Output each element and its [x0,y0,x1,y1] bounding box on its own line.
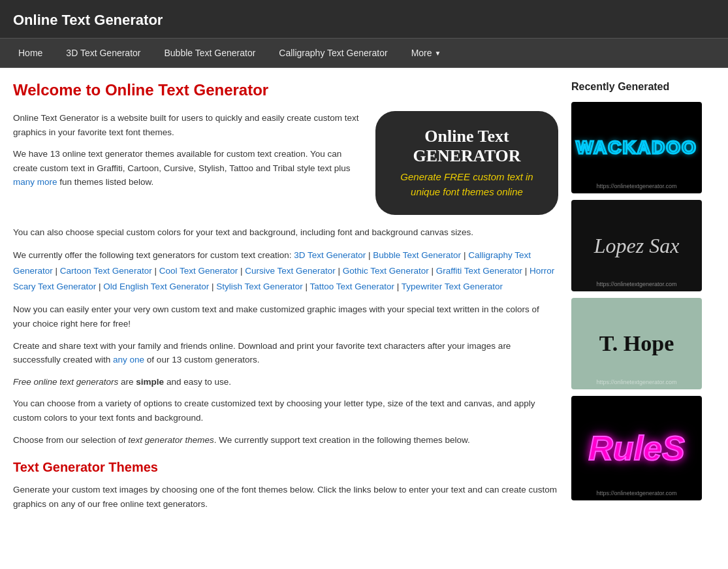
link-graffiti[interactable]: Graffiti Text Generator [436,266,522,276]
logo-box: Online TextGENERATOR Generate FREE custo… [375,111,558,215]
any-one-link[interactable]: any one [113,355,144,365]
para-colors: You can also choose special custom color… [13,225,558,240]
intro-para-1: Online Text Generator is a website built… [13,111,362,139]
main-content: Welcome to Online Text Generator Online … [13,81,558,519]
link-typewriter[interactable]: Typewriter Text Generator [402,282,503,291]
link-cartoon[interactable]: Cartoon Text Generator [60,266,152,276]
link-gothic[interactable]: Gothic Text Generator [343,266,429,276]
site-title: Online Text Generator [13,12,163,28]
para-simple: Free online text generators are simple a… [13,375,558,389]
intro-text-left: Online Text Generator is a website built… [13,111,362,197]
link-cool[interactable]: Cool Text Generator [159,266,238,276]
themes-heading: Text Generator Themes [13,460,558,475]
link-cursive[interactable]: Cursive Text Generator [245,266,336,276]
intro-para-2: We have 13 online text generator themes … [13,147,362,189]
sidebar-image-thope[interactable]: T. Hope https://onlinetextgenerator.com [571,298,702,389]
themes-intro: Generate your custom text images by choo… [13,483,558,511]
link-tattoo[interactable]: Tattoo Text Generator [310,282,395,291]
para-themes: Choose from our selection of text genera… [13,433,558,447]
page-body: Welcome to Online Text Generator Online … [0,68,728,532]
link-3d[interactable]: 3D Text Generator [294,250,366,260]
wackadoo-text: WACKADOO [576,137,697,158]
italic-text-themes: text generator themes [128,435,214,445]
logo-box-title: Online TextGENERATOR [388,127,545,166]
nav-home[interactable]: Home [7,39,54,67]
sidebar-image-wackadoo[interactable]: WACKADOO https://onlinetextgenerator.com [571,102,702,193]
sidebar-heading: Recently Generated [571,81,715,93]
generators-paragraph: We currently offer the following text ge… [13,248,558,295]
main-nav: Home 3D Text Generator Bubble Text Gener… [0,38,728,68]
sidebar-image-lopezsax[interactable]: Lopez Sax https://onlinetextgenerator.co… [571,200,702,291]
thope-watermark: https://onlinetextgenerator.com [571,379,702,385]
link-bubble[interactable]: Bubble Text Generator [373,250,461,260]
many-more-link[interactable]: many more [13,177,57,187]
logo-box-subtitle: Generate FREE custom text in unique font… [388,170,545,199]
nav-bubble-text[interactable]: Bubble Text Generator [153,39,268,67]
para-options: You can choose from a variety of options… [13,397,558,425]
nav-3d-text[interactable]: 3D Text Generator [54,39,152,67]
lopezsax-watermark: https://onlinetextgenerator.com [571,281,702,287]
sidebar-image-rules[interactable]: RuleS https://onlinetextgenerator.com [571,396,702,500]
nav-more[interactable]: More ▼ [400,39,453,67]
para-custom: Now you can easily enter your very own c… [13,302,558,331]
site-header: Online Text Generator [0,0,728,38]
link-stylish[interactable]: Stylish Text Generator [216,282,303,291]
italic-free-generators: Free online text generators [13,377,118,387]
lopezsax-text: Lopez Sax [594,234,680,258]
page-title: Welcome to Online Text Generator [13,81,558,99]
para-share: Create and share text with your family a… [13,339,558,367]
sidebar: Recently Generated WACKADOO https://onli… [571,81,715,519]
wackadoo-watermark: https://onlinetextgenerator.com [571,183,702,189]
intro-block: Online Text Generator is a website built… [13,111,558,215]
thope-text: T. Hope [599,331,674,356]
nav-calligraphy-text[interactable]: Calligraphy Text Generator [267,39,399,67]
rules-watermark: https://onlinetextgenerator.com [571,490,702,496]
chevron-down-icon: ▼ [435,50,441,57]
link-old-english[interactable]: Old English Text Generator [103,282,209,291]
rules-text: RuleS [588,429,684,468]
